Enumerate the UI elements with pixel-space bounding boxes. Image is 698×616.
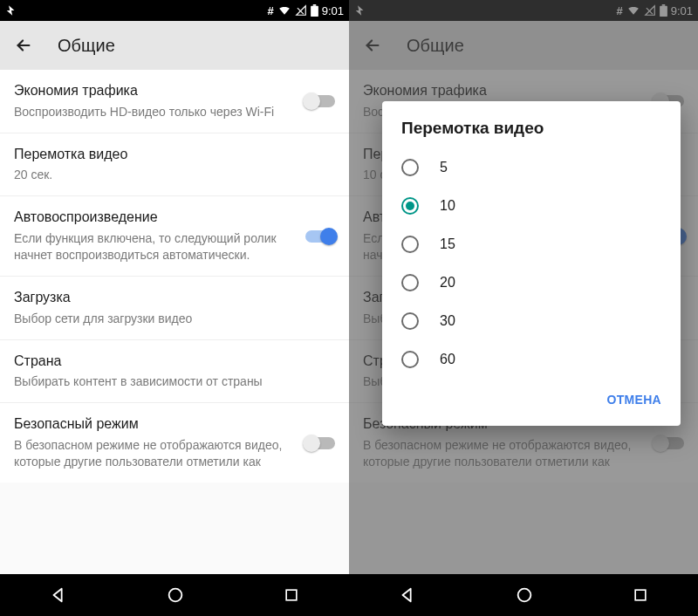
nav-home-button[interactable] — [515, 585, 534, 605]
seek-option-20[interactable]: 20 — [382, 264, 681, 302]
radio-icon — [401, 159, 419, 176]
setting-title: Перемотка видео — [14, 146, 335, 164]
settings-list: Экономия трафика Воспроизводить HD-видео… — [0, 70, 349, 483]
nav-bar — [0, 574, 349, 616]
square-recents-icon — [283, 586, 300, 604]
page-title: Общие — [407, 36, 464, 56]
setting-title: Страна — [14, 352, 335, 371]
status-time: 9:01 — [322, 4, 344, 17]
setting-download[interactable]: Загрузка Выбор сети для загрузки видео — [0, 277, 349, 340]
svg-point-6 — [518, 589, 531, 602]
triangle-back-icon — [49, 585, 68, 605]
option-label: 30 — [440, 313, 455, 329]
setting-country[interactable]: Страна Выбирать контент в зависимости от… — [0, 340, 349, 404]
seek-option-30[interactable]: 30 — [382, 302, 681, 340]
svg-rect-4 — [660, 6, 667, 17]
nav-recents-button[interactable] — [632, 586, 649, 604]
radio-icon — [401, 312, 419, 330]
page-title: Общие — [58, 36, 115, 56]
nav-home-button[interactable] — [166, 585, 185, 605]
svg-rect-1 — [312, 4, 316, 6]
svg-point-2 — [169, 589, 182, 602]
circle-home-icon — [515, 585, 534, 605]
triangle-back-icon — [398, 585, 417, 605]
battery-icon — [311, 4, 318, 17]
setting-subtitle: Воспроизводить HD-видео только через Wi-… — [14, 104, 295, 120]
svg-rect-0 — [311, 6, 318, 17]
phone-left: # 9:01 Общие Экономия трафика Воспроизво… — [0, 0, 349, 616]
option-label: 60 — [440, 352, 455, 367]
option-label: 5 — [440, 160, 448, 175]
dialog-title: Перемотка видео — [382, 119, 681, 148]
option-label: 20 — [440, 275, 455, 291]
seek-option-10[interactable]: 10 — [382, 187, 681, 225]
setting-autoplay[interactable]: Автовоспроизведение Если функция включен… — [0, 196, 349, 277]
setting-subtitle: В безопасном режиме не отображаются виде… — [363, 437, 644, 470]
app-bar: Общие — [0, 21, 349, 70]
nav-back-button[interactable] — [398, 585, 417, 605]
restricted-toggle[interactable] — [305, 437, 335, 449]
hash-icon: # — [267, 4, 273, 17]
setting-restricted[interactable]: Безопасный режим В безопасном режиме не … — [0, 403, 349, 483]
setting-title: Экономия трафика — [363, 82, 644, 100]
charging-icon — [5, 4, 17, 17]
phone-right: # 9:01 Общие Экономия трафика Воспроизво… — [349, 0, 698, 616]
setting-subtitle: Если функция включена, то следующий роли… — [14, 230, 295, 264]
charging-icon — [354, 4, 366, 17]
setting-data-saver[interactable]: Экономия трафика Воспроизводить HD-видео… — [0, 70, 349, 133]
radio-icon — [401, 274, 419, 291]
seek-dialog: Перемотка видео 5 10 15 20 30 60 ОТМЕНА — [382, 101, 681, 426]
svg-rect-5 — [661, 4, 665, 6]
setting-title: Загрузка — [14, 289, 335, 307]
radio-icon — [401, 236, 419, 253]
seek-option-5[interactable]: 5 — [382, 148, 681, 187]
circle-home-icon — [166, 585, 185, 605]
autoplay-toggle[interactable] — [305, 230, 335, 243]
battery-icon — [660, 4, 667, 17]
nav-back-button[interactable] — [49, 585, 68, 605]
back-arrow-icon — [14, 36, 33, 55]
back-button[interactable] — [12, 34, 35, 57]
svg-rect-7 — [635, 590, 646, 600]
signal-icon — [644, 4, 656, 17]
setting-title: Автовоспроизведение — [14, 209, 295, 227]
radio-icon — [401, 351, 419, 368]
hash-icon: # — [616, 4, 622, 17]
seek-option-15[interactable]: 15 — [382, 225, 681, 264]
option-label: 10 — [440, 198, 455, 214]
dialog-cancel-button[interactable]: ОТМЕНА — [597, 384, 672, 415]
restricted-toggle[interactable] — [654, 437, 684, 449]
radio-checked-icon — [401, 197, 419, 215]
back-arrow-icon — [363, 36, 382, 55]
wifi-icon — [626, 4, 640, 17]
signal-icon — [295, 4, 307, 17]
setting-title: Безопасный режим — [14, 415, 295, 434]
setting-title: Экономия трафика — [14, 82, 295, 100]
option-label: 15 — [440, 236, 455, 252]
data-saver-toggle[interactable] — [305, 95, 335, 107]
back-button[interactable] — [361, 34, 384, 57]
setting-subtitle: В безопасном режиме не отображаются виде… — [14, 437, 295, 470]
setting-subtitle: Выбирать контент в зависимости от страны — [14, 373, 335, 390]
status-bar: # 9:01 — [0, 0, 349, 21]
setting-seek[interactable]: Перемотка видео 20 сек. — [0, 133, 349, 197]
setting-subtitle: 20 сек. — [14, 167, 335, 183]
app-bar: Общие — [349, 21, 698, 70]
square-recents-icon — [632, 586, 649, 604]
svg-rect-3 — [286, 590, 297, 600]
status-time: 9:01 — [671, 4, 693, 17]
wifi-icon — [277, 4, 291, 17]
setting-subtitle: Выбор сети для загрузки видео — [14, 311, 335, 327]
seek-option-60[interactable]: 60 — [382, 340, 681, 379]
nav-bar — [349, 574, 698, 616]
nav-recents-button[interactable] — [283, 586, 300, 604]
status-bar: # 9:01 — [349, 0, 698, 21]
